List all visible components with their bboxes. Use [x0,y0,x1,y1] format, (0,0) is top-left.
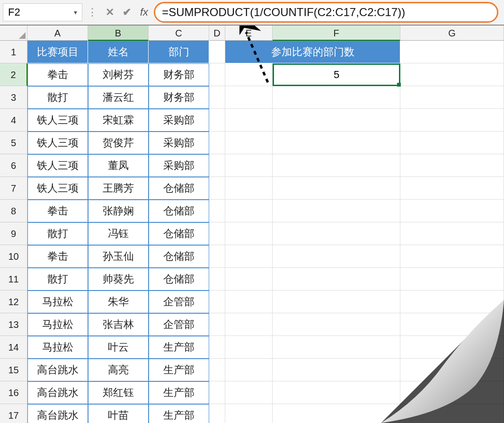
table1-header-0[interactable]: 比赛项目 [27,41,88,63]
cell[interactable]: 生产部 [149,336,209,359]
row-header-10[interactable]: 10 [0,245,27,268]
cell-empty[interactable] [209,154,225,177]
cell[interactable]: 仓储部 [149,245,209,268]
col-header-G[interactable]: G [400,26,504,41]
cell[interactable]: 朱华 [88,291,149,313]
cell-empty[interactable] [225,359,273,381]
cell-empty[interactable] [209,200,225,222]
cell-empty[interactable] [273,381,400,404]
cell[interactable]: 生产部 [149,381,209,404]
cell-empty[interactable] [273,177,400,200]
row-header-3[interactable]: 3 [0,86,27,109]
cell[interactable]: 散打 [27,86,88,109]
row-header-13[interactable]: 13 [0,313,27,336]
cell-empty[interactable] [400,381,504,404]
cell[interactable]: 仓储部 [149,200,209,222]
row-header-5[interactable]: 5 [0,132,27,154]
cell-empty[interactable] [225,86,273,109]
cell[interactable]: 铁人三项 [27,109,88,132]
cell[interactable]: 高亮 [88,359,149,381]
table1-header-1[interactable]: 姓名 [88,41,149,63]
cell-empty[interactable] [209,381,225,404]
cell-empty[interactable] [225,336,273,359]
cell-empty[interactable] [273,359,400,381]
cell[interactable]: 潘云红 [88,86,149,109]
cell-empty[interactable] [400,222,504,245]
cell[interactable]: 企管部 [149,313,209,336]
cell-empty[interactable] [273,336,400,359]
cell-empty[interactable] [225,268,273,291]
col-header-F[interactable]: F [273,26,400,41]
cell[interactable]: 散打 [27,222,88,245]
cell[interactable]: 刘树芬 [88,63,149,86]
cell-empty[interactable] [273,313,400,336]
cell-empty[interactable] [209,359,225,381]
cell-empty[interactable] [273,222,400,245]
cell[interactable]: 马拉松 [27,313,88,336]
cell[interactable]: 王腾芳 [88,177,149,200]
cell-empty[interactable] [225,154,273,177]
cell[interactable]: 拳击 [27,245,88,268]
cell-empty[interactable] [209,86,225,109]
cell[interactable]: 仓储部 [149,177,209,200]
col-header-A[interactable]: A [27,26,88,41]
cell[interactable]: 高台跳水 [27,404,88,423]
cell[interactable]: 拳击 [27,63,88,86]
cell[interactable]: 帅葵先 [88,268,149,291]
cell[interactable]: 董凤 [88,154,149,177]
row-header-2[interactable]: 2 [0,63,27,86]
col-header-E[interactable]: E [225,26,273,41]
cell[interactable]: 财务部 [149,63,209,86]
cell[interactable]: 采购部 [149,132,209,154]
cell-empty[interactable] [400,336,504,359]
cell[interactable]: 张静娴 [88,200,149,222]
cell[interactable]: 采购部 [149,109,209,132]
row-header-9[interactable]: 9 [0,222,27,245]
cell[interactable]: 财务部 [149,86,209,109]
cell-empty[interactable] [225,222,273,245]
col-header-B[interactable]: B [88,26,149,41]
cell-empty[interactable] [400,63,504,86]
cell-empty[interactable] [273,86,400,109]
row-header-7[interactable]: 7 [0,177,27,200]
cell-empty[interactable] [400,132,504,154]
cell-empty[interactable] [400,154,504,177]
cell-empty[interactable] [209,63,225,86]
cell-empty[interactable] [225,63,273,86]
row-header-1[interactable]: 1 [0,41,27,63]
cell[interactable]: 拳击 [27,200,88,222]
cell-F2-selected[interactable]: 5 [273,63,400,86]
row-header-17[interactable]: 17 [0,404,27,423]
cell-empty[interactable] [400,200,504,222]
cell[interactable]: 孙玉仙 [88,245,149,268]
cell-empty[interactable] [209,41,225,63]
cell-empty[interactable] [400,41,504,63]
cell-empty[interactable] [273,291,400,313]
cell[interactable]: 叶苗 [88,404,149,423]
cell-empty[interactable] [209,291,225,313]
cell-empty[interactable] [225,109,273,132]
row-header-6[interactable]: 6 [0,154,27,177]
cell-empty[interactable] [225,200,273,222]
cell[interactable]: 生产部 [149,404,209,423]
cell[interactable]: 郑红钰 [88,381,149,404]
cell-empty[interactable] [400,109,504,132]
cell-empty[interactable] [225,404,273,423]
cell-empty[interactable] [273,109,400,132]
cell[interactable]: 叶云 [88,336,149,359]
cell-empty[interactable] [225,177,273,200]
cell-empty[interactable] [225,245,273,268]
cell[interactable]: 冯钰 [88,222,149,245]
cell-empty[interactable] [209,109,225,132]
cell-empty[interactable] [400,404,504,423]
cell[interactable]: 仓储部 [149,268,209,291]
cell[interactable]: 张吉林 [88,313,149,336]
cell[interactable]: 生产部 [149,359,209,381]
cell[interactable]: 铁人三项 [27,177,88,200]
cell-empty[interactable] [273,132,400,154]
accept-formula-button[interactable]: ✔ [119,3,134,21]
row-header-16[interactable]: 16 [0,381,27,404]
cell[interactable]: 散打 [27,268,88,291]
cell[interactable]: 高台跳水 [27,359,88,381]
cell[interactable]: 铁人三项 [27,132,88,154]
